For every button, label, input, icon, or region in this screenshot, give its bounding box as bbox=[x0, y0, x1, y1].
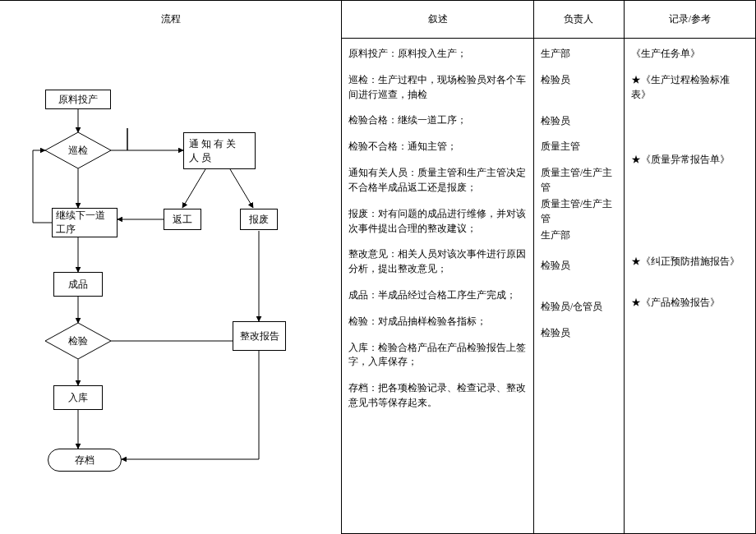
node-raw-material: 原料投产 bbox=[45, 90, 111, 109]
node-check: 检验 bbox=[45, 323, 111, 359]
svg-line-4 bbox=[182, 169, 205, 208]
ref-row: ★《质量异常报告单》 bbox=[631, 153, 749, 168]
node-scrap-label: 报废 bbox=[249, 213, 269, 227]
node-report-label: 整改报告 bbox=[240, 329, 279, 343]
table-header: 叙述 负责人 记录/参考 bbox=[342, 1, 755, 39]
ref-row: ★《产品检验报告》 bbox=[631, 296, 749, 311]
ref-row: ★《纠正预防措施报告》 bbox=[631, 255, 749, 269]
resp-row: 生产部 bbox=[541, 47, 617, 62]
spacer bbox=[631, 179, 749, 255]
node-report: 整改报告 bbox=[233, 321, 286, 351]
spacer bbox=[541, 99, 617, 114]
flow-header: 流程 bbox=[0, 1, 341, 38]
col-ref: 《生产任务单》 ★《生产过程检验标准表》 ★《质量异常报告单》 ★《纠正预防措施… bbox=[625, 39, 755, 533]
resp-row: 检验员 bbox=[541, 259, 617, 274]
node-notify-label: 通知有关人员 bbox=[189, 137, 250, 165]
node-product-label: 成品 bbox=[68, 278, 88, 292]
table-column: 叙述 负责人 记录/参考 原料投产：原料投入生产； 巡检：生产过程中，现场检验员… bbox=[341, 0, 756, 534]
page-container: 流程 bbox=[0, 0, 756, 534]
spacer bbox=[631, 113, 749, 153]
node-continue-label: 继续下一道工序 bbox=[56, 209, 113, 237]
resp-row: 检验员 bbox=[541, 114, 617, 129]
node-inspection: 巡检 bbox=[45, 132, 111, 168]
node-raw-material-label: 原料投产 bbox=[58, 93, 98, 107]
desc-row: 检验合格：继续一道工序； bbox=[348, 113, 527, 128]
ref-row: ★《生产过程检验标准表》 bbox=[631, 73, 749, 103]
spacer bbox=[541, 285, 617, 300]
th-ref: 记录/参考 bbox=[625, 1, 755, 38]
resp-row: 检验员 bbox=[541, 326, 617, 341]
ref-row: 《生产任务单》 bbox=[631, 47, 749, 62]
resp-row: 生产部 bbox=[541, 228, 617, 243]
col-resp: 生产部 检验员 检验员 质量主管 质量主管/生产主管 质量主管/生产主管 生产部… bbox=[534, 39, 625, 533]
node-check-label: 检验 bbox=[68, 334, 88, 348]
th-desc: 叙述 bbox=[342, 1, 534, 38]
node-continue: 继续下一道工序 bbox=[52, 208, 118, 237]
desc-row: 整改意见：相关人员对该次事件进行原因分析，提出整改意见； bbox=[348, 247, 527, 277]
node-archive: 存档 bbox=[48, 449, 122, 472]
table-body: 原料投产：原料投入生产； 巡检：生产过程中，现场检验员对各个车间进行巡查，抽检 … bbox=[342, 39, 755, 533]
desc-row: 原料投产：原料投入生产； bbox=[348, 47, 527, 62]
spacer bbox=[631, 281, 749, 296]
resp-row: 检验员/仓管员 bbox=[541, 300, 617, 315]
node-product: 成品 bbox=[53, 272, 103, 297]
node-inspection-label: 巡检 bbox=[68, 144, 88, 158]
th-resp: 负责人 bbox=[534, 1, 625, 38]
svg-line-5 bbox=[230, 169, 253, 208]
node-storage-label: 入库 bbox=[68, 391, 88, 405]
col-desc: 原料投产：原料投入生产； 巡检：生产过程中，现场检验员对各个车间进行巡查，抽检 … bbox=[342, 39, 534, 533]
resp-row: 质量主管 bbox=[541, 140, 617, 154]
desc-row: 入库：检验合格产品在产品检验报告上签字，入库保存； bbox=[348, 341, 527, 371]
resp-row: 检验员 bbox=[541, 73, 617, 88]
resp-row: 质量主管/生产主管 bbox=[541, 197, 617, 227]
desc-row: 成品：半成品经过合格工序生产完成； bbox=[348, 288, 527, 303]
node-rework-label: 返工 bbox=[173, 213, 192, 227]
desc-row: 报废：对有问题的成品进行维修，并对该次事件提出合理的整改建议； bbox=[348, 207, 527, 237]
desc-row: 巡检：生产过程中，现场检验员对各个车间进行巡查，抽检 bbox=[348, 73, 527, 103]
desc-row: 检验不合格：通知主管； bbox=[348, 140, 527, 154]
desc-row: 存档：把各项检验记录、检查记录、整改意见书等保存起来。 bbox=[348, 381, 527, 411]
node-notify: 通知有关人员 bbox=[183, 132, 256, 169]
desc-row: 检验：对成品抽样检验各指标； bbox=[348, 315, 527, 329]
resp-row: 质量主管/生产主管 bbox=[541, 166, 617, 196]
desc-row: 通知有关人员：质量主管和生产主管决定不合格半成品返工还是报废； bbox=[348, 166, 527, 196]
node-storage: 入库 bbox=[53, 385, 103, 410]
node-rework: 返工 bbox=[164, 209, 201, 230]
flow-column: 流程 bbox=[0, 0, 341, 534]
node-archive-label: 存档 bbox=[75, 453, 94, 467]
node-scrap: 报废 bbox=[240, 209, 278, 230]
